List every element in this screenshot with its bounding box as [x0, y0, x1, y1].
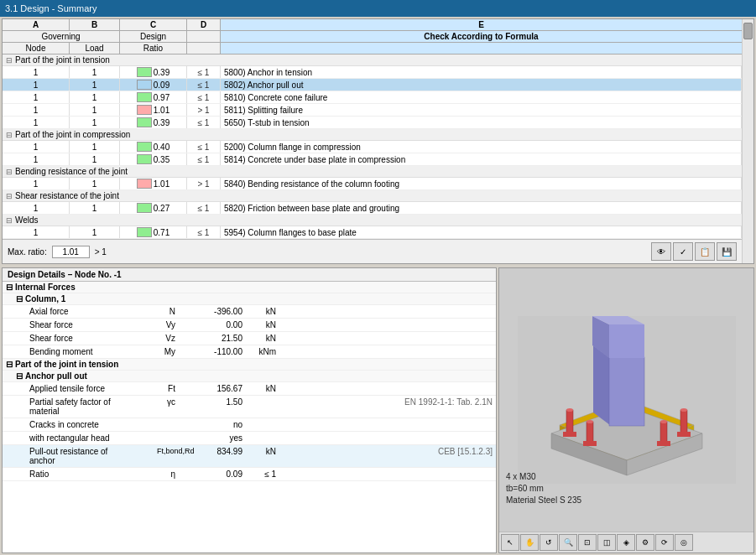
axial-value: -396.00	[179, 306, 246, 317]
ratio-value: 0.27	[154, 204, 169, 213]
ratio-detail-ref	[279, 469, 496, 480]
check-formula-sub	[221, 43, 742, 54]
ratio-value: 0.40	[154, 143, 169, 152]
tensile-label: Applied tensile force	[3, 383, 154, 394]
cracks-ref	[279, 419, 496, 430]
table-row[interactable]: 1 1 0.97 ≤ 1 5810) Concrete cone failure	[3, 91, 742, 104]
view-button[interactable]: 👁	[651, 242, 671, 261]
section-expand-icon: ⊟	[6, 192, 13, 200]
row-ratio: 0.40	[120, 141, 187, 153]
table-row[interactable]: 1 1 0.35 ≤ 1 5814) Concrete under base p…	[3, 153, 742, 166]
row-check: 5650) T-stub in tension	[221, 117, 742, 128]
safety-factor-row: Partial safety factor of material γc 1.5…	[3, 396, 496, 418]
anchor-pullout-subsection[interactable]: ⊟ Anchor pull out	[3, 371, 496, 382]
model-rotate-button[interactable]: ↺	[540, 534, 558, 551]
internal-forces-section[interactable]: ⊟ Internal Forces	[3, 282, 496, 293]
cracks-value: no	[179, 419, 246, 430]
row-check: 5840) Bending resistance of the column f…	[221, 178, 742, 189]
axial-force-label: Axial force	[3, 306, 154, 317]
expand-icon: ⊟	[6, 283, 13, 292]
row-ratio: 1.01	[120, 104, 187, 116]
svg-marker-11	[609, 324, 644, 358]
model-zoom-button[interactable]: 🔍	[559, 534, 577, 551]
row-node: 1	[3, 91, 70, 103]
save-button[interactable]: 💾	[717, 242, 737, 261]
section-4[interactable]: ⊟Welds	[3, 215, 742, 226]
title-bar: 3.1 Design - Summary	[0, 0, 756, 17]
section-1[interactable]: ⊟Part of the joint in compression	[3, 129, 742, 141]
model-settings-button[interactable]: ⚙	[636, 534, 654, 551]
safety-unit	[246, 397, 279, 417]
internal-forces-label: Internal Forces	[15, 283, 76, 292]
model-arrow-button[interactable]: ↖	[501, 534, 519, 551]
row-ratio: 0.39	[120, 66, 187, 78]
row-load: 1	[70, 153, 120, 165]
svg-rect-10	[609, 357, 644, 426]
section-2[interactable]: ⊟Bending resistance of the joint	[3, 166, 742, 178]
joint-tension-section[interactable]: ⊟ Part of the joint in tension	[3, 359, 496, 371]
ratio-value: 0.09	[154, 80, 169, 90]
ratio-indicator	[137, 203, 152, 213]
section-3[interactable]: ⊟Shear resistance of the joint	[3, 190, 742, 202]
row-load: 1	[70, 226, 120, 238]
bending-symbol: My	[154, 346, 179, 357]
check-button[interactable]: ✓	[673, 242, 693, 261]
table-row[interactable]: 1 1 0.27 ≤ 1 5820) Friction between base…	[3, 202, 742, 215]
table-row[interactable]: 1 1 1.01 > 1 5811) Splitting failure	[3, 104, 742, 117]
pullout-label: Pull-out resistance of anchor	[3, 446, 154, 466]
model-move-button[interactable]: ✋	[520, 534, 539, 551]
ratio-indicator	[137, 227, 152, 237]
design-ratio-label: Design	[120, 31, 187, 42]
row-check: 5802) Anchor pull out	[221, 79, 742, 91]
table-row[interactable]: 1 1 0.71 ≤ 1 5954) Column flanges to bas…	[3, 226, 742, 239]
model-render-button[interactable]: ◈	[617, 534, 635, 551]
safety-ref: EN 1992-1-1: Tab. 2.1N	[279, 397, 496, 417]
section-0[interactable]: ⊟Part of the joint in tension	[3, 54, 742, 66]
model-fit-button[interactable]: ⊡	[578, 534, 597, 551]
row-node: 1	[3, 117, 70, 128]
shear-vz-label: Shear force	[3, 333, 154, 344]
row-check: 5800) Anchor in tension	[221, 66, 742, 78]
table-row[interactable]: 1 1 0.09 ≤ 1 5802) Anchor pull out	[3, 79, 742, 91]
subheader-row2: Node Load Ratio	[3, 43, 742, 54]
top-section: A B C D E	[2, 18, 754, 264]
pullout-value: 834.99	[179, 446, 246, 466]
row-load: 1	[70, 104, 120, 116]
joint-tension-label: Part of the joint in tension	[15, 360, 118, 369]
bottom-section: Design Details – Node No. -1 ⊟ Internal …	[2, 267, 754, 553]
anchor-pullout-label: Anchor pull out	[25, 371, 87, 381]
row-ratio: 1.01	[120, 178, 187, 189]
section-label: Part of the joint in tension	[15, 55, 110, 65]
table-row[interactable]: 1 1 0.39 ≤ 1 5800) Anchor in tension	[3, 66, 742, 79]
scrollbar-thumb[interactable]	[743, 23, 753, 39]
col-e: E	[221, 19, 742, 30]
shear-vy-symbol: Vy	[154, 319, 179, 330]
model-wireframe-button[interactable]: ◫	[597, 534, 616, 551]
safety-label: Partial safety factor of material	[3, 397, 154, 417]
ratio-indicator	[137, 80, 152, 90]
dd-title-text: Design Details	[8, 270, 65, 279]
column-subsection[interactable]: ⊟ Column, 1	[3, 293, 496, 305]
axial-ref	[279, 306, 496, 317]
table-row[interactable]: 1 1 0.39 ≤ 1 5650) T-stub in tension	[3, 117, 742, 129]
svg-point-18	[680, 408, 687, 412]
ratio-indicator	[137, 142, 152, 152]
svg-point-15	[566, 408, 573, 412]
bending-label: Bending moment	[3, 346, 154, 357]
row-ratio: 0.35	[120, 153, 187, 165]
row-cmp: > 1	[187, 178, 221, 189]
max-ratio-input[interactable]	[52, 246, 90, 258]
table-row[interactable]: 1 1 1.01 > 1 5840) Bending resistance of…	[3, 178, 742, 190]
ratio-detail-row: Ratio η 0.09 ≤ 1	[3, 468, 496, 481]
safety-value: 1.50	[179, 397, 246, 417]
export-button[interactable]: 📋	[695, 242, 715, 261]
expand-icon4: ⊟	[16, 371, 23, 381]
row-cmp: ≤ 1	[187, 141, 221, 153]
svg-rect-23	[660, 422, 667, 443]
model-reset-button[interactable]: ⟳	[655, 534, 674, 551]
shear-vy-label: Shear force	[3, 319, 154, 330]
ratio-indicator	[137, 154, 152, 164]
table-row[interactable]: 1 1 0.40 ≤ 1 5200) Column flange in comp…	[3, 141, 742, 153]
vertical-scrollbar[interactable]	[742, 19, 753, 263]
model-xray-button[interactable]: ◎	[675, 534, 693, 551]
